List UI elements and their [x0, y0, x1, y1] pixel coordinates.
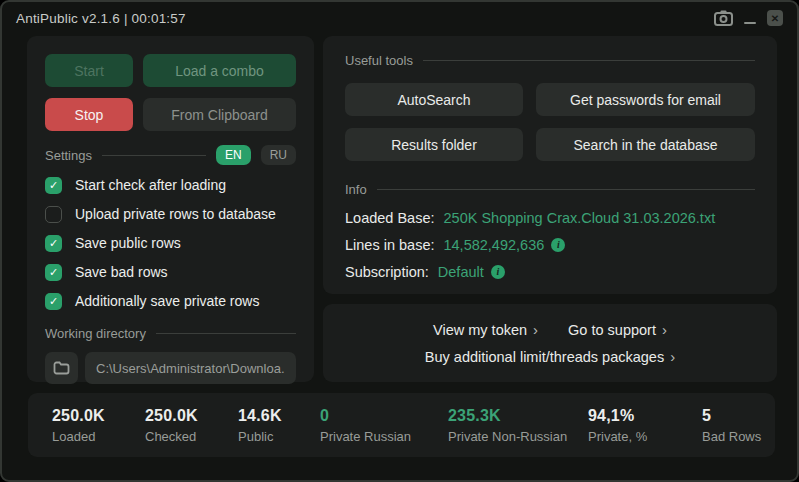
chevron-right-icon: › [533, 321, 538, 338]
subscription-value: Default [438, 264, 484, 280]
stat-private-non-russian: 235.3K Private Non-Russian [448, 407, 588, 444]
minimize-button[interactable] [744, 22, 756, 24]
stat-bad-rows: 5 Bad Rows [702, 407, 761, 444]
checkbox-label: Save bad rows [75, 264, 168, 280]
checkbox-save-public-rows[interactable]: Save public rows [45, 234, 296, 252]
lines-in-base-value: 14,582,492,636 [443, 237, 544, 253]
load-combo-button[interactable]: Load a combo [143, 54, 296, 87]
search-database-button[interactable]: Search in the database [536, 128, 755, 161]
stat-value: 235.3K [448, 407, 588, 425]
stat-label: Public [238, 429, 320, 444]
view-token-label: View my token [433, 322, 527, 338]
subscription-row: Subscription: Default i [345, 261, 755, 282]
get-passwords-button[interactable]: Get passwords for email [536, 83, 755, 116]
settings-label: Settings [45, 148, 92, 163]
stat-value: 250.0K [145, 407, 238, 425]
close-icon: ✕ [771, 13, 779, 24]
divider [423, 60, 755, 61]
divider [102, 155, 206, 156]
checkbox-checked-icon [45, 177, 62, 194]
working-directory-header: Working directory [45, 326, 296, 341]
checkbox-unchecked-icon [45, 206, 62, 223]
control-panel: Start Load a combo Stop From Clipboard S… [27, 36, 314, 382]
checkbox-label: Upload private rows to database [75, 206, 276, 222]
stat-value: 250.0K [52, 407, 145, 425]
close-button[interactable]: ✕ [767, 10, 783, 26]
stat-label: Loaded [52, 429, 145, 444]
app-window: AntiPublic v2.1.6 | 00:01:57 ✕ Start Loa… [0, 0, 799, 482]
loaded-base-value: 250K Shopping Crax.Cloud 31.03.2026.txt [444, 210, 716, 226]
info-icon[interactable]: i [551, 238, 565, 252]
checkbox-label: Additionally save private rows [75, 293, 259, 309]
stat-label: Private, % [588, 429, 702, 444]
stats-bar: 250.0K Loaded 250.0K Checked 14.6K Publi… [28, 393, 775, 457]
checkbox-label: Save public rows [75, 235, 181, 251]
from-clipboard-button[interactable]: From Clipboard [143, 98, 296, 131]
checkbox-upload-private-rows[interactable]: Upload private rows to database [45, 205, 296, 223]
loaded-base-label: Loaded Base: [345, 210, 435, 226]
checkbox-label: Start check after loading [75, 177, 226, 193]
support-link[interactable]: Go to support › [568, 321, 667, 338]
lang-en-button[interactable]: EN [216, 145, 251, 165]
camera-icon[interactable] [714, 10, 733, 26]
working-directory-input[interactable] [85, 352, 296, 384]
results-folder-button[interactable]: Results folder [345, 128, 523, 161]
loaded-base-row: Loaded Base: 250K Shopping Crax.Cloud 31… [345, 207, 755, 228]
tools-info-panel: Useful tools AutoSearch Get passwords fo… [323, 36, 777, 294]
divider [377, 189, 755, 190]
stat-private-russian: 0 Private Russian [320, 407, 448, 444]
stat-value: 14.6K [238, 407, 320, 425]
folder-icon [53, 361, 70, 375]
checkbox-start-check-after-loading[interactable]: Start check after loading [45, 176, 296, 194]
browse-folder-button[interactable] [45, 352, 78, 384]
checkbox-checked-icon [45, 235, 62, 252]
chevron-right-icon: › [662, 321, 667, 338]
settings-header: Settings EN RU [45, 145, 296, 165]
window-title: AntiPublic v2.1.6 | 00:01:57 [16, 11, 186, 26]
useful-tools-label: Useful tools [345, 53, 413, 68]
chevron-right-icon: › [670, 348, 675, 365]
checkbox-checked-icon [45, 264, 62, 281]
stat-label: Private Non-Russian [448, 429, 588, 444]
stat-checked: 250.0K Checked [145, 407, 238, 444]
divider [156, 333, 296, 334]
stat-value: 94,1% [588, 407, 702, 425]
info-label: Info [345, 182, 367, 197]
links-panel: View my token › Go to support › Buy addi… [323, 304, 777, 382]
stat-value: 5 [702, 407, 761, 425]
buy-packages-link[interactable]: Buy additional limit/threads packages › [425, 348, 675, 365]
lines-in-base-label: Lines in base: [345, 237, 434, 253]
stat-label: Private Russian [320, 429, 448, 444]
stat-public: 14.6K Public [238, 407, 320, 444]
checkbox-save-bad-rows[interactable]: Save bad rows [45, 263, 296, 281]
checkbox-additionally-save-private-rows[interactable]: Additionally save private rows [45, 292, 296, 310]
start-button[interactable]: Start [45, 54, 133, 87]
buy-packages-label: Buy additional limit/threads packages [425, 349, 664, 365]
lines-in-base-row: Lines in base: 14,582,492,636 i [345, 234, 755, 255]
stop-button[interactable]: Stop [45, 98, 133, 131]
checkbox-checked-icon [45, 293, 62, 310]
lang-ru-button[interactable]: RU [261, 145, 296, 165]
autosearch-button[interactable]: AutoSearch [345, 83, 523, 116]
info-icon[interactable]: i [491, 265, 505, 279]
info-header: Info [345, 182, 755, 197]
titlebar: AntiPublic v2.1.6 | 00:01:57 ✕ [2, 2, 797, 34]
working-directory-label: Working directory [45, 326, 146, 341]
support-label: Go to support [568, 322, 656, 338]
stat-value: 0 [320, 407, 448, 425]
view-token-link[interactable]: View my token › [433, 321, 538, 338]
window-controls: ✕ [714, 10, 783, 26]
stat-private-percent: 94,1% Private, % [588, 407, 702, 444]
settings-checkboxes: Start check after loading Upload private… [45, 176, 296, 310]
stat-label: Bad Rows [702, 429, 761, 444]
subscription-label: Subscription: [345, 264, 429, 280]
stat-loaded: 250.0K Loaded [52, 407, 145, 444]
stat-label: Checked [145, 429, 238, 444]
useful-tools-header: Useful tools [345, 53, 755, 68]
